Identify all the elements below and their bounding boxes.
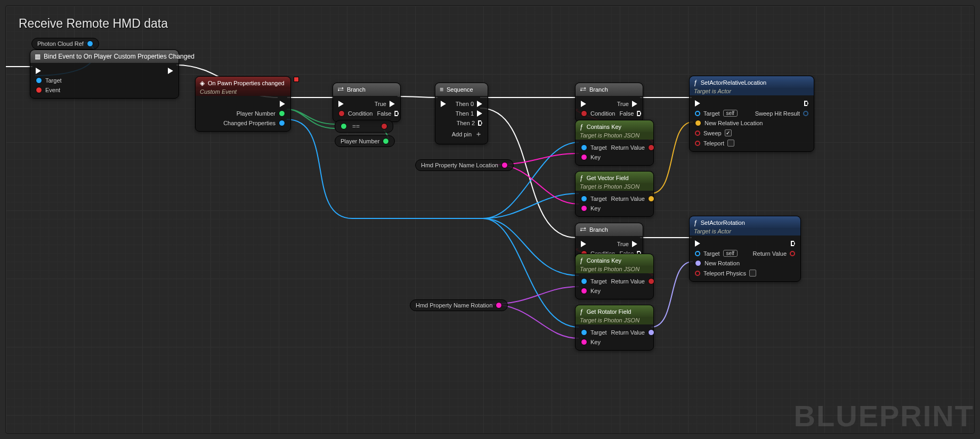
node-equal[interactable]: ==: [335, 120, 393, 133]
node-header: ⮂ Branch: [576, 83, 643, 96]
node-get-rotator-field[interactable]: ƒ Get Rotator Field Target is Photon JSO…: [575, 305, 654, 351]
exec-out[interactable]: [168, 68, 173, 74]
pin-out-name[interactable]: [501, 162, 508, 168]
pin-return[interactable]: [648, 144, 654, 151]
exec-out[interactable]: [280, 101, 285, 107]
node-title: Bind Event to On Player Custom Propertie…: [44, 53, 195, 60]
pin-condition[interactable]: [581, 110, 587, 117]
node-sequence[interactable]: ≡ Sequence Then 0 Then 1 Then 2 Add pin＋: [435, 83, 488, 144]
node-branch-2[interactable]: ⮂ Branch True ConditionFalse: [575, 83, 643, 122]
pin-changed-properties[interactable]: [279, 120, 285, 126]
pin-event[interactable]: [36, 87, 42, 93]
sequence-icon: ≡: [440, 86, 443, 93]
var-label: Photon Cloud Ref: [37, 40, 84, 47]
delegate-pin[interactable]: [294, 77, 299, 82]
pin-out-int[interactable]: [383, 138, 389, 144]
node-subtitle: Target is Photon JSON: [576, 183, 653, 191]
exec-in[interactable]: [581, 101, 586, 107]
pin-out-name[interactable]: [496, 302, 502, 308]
function-icon: ƒ: [580, 257, 584, 264]
node-on-pawn-properties-changed[interactable]: ◈ On Pawn Properties changed Custom Even…: [195, 76, 291, 132]
node-subtitle: Target is Photon JSON: [576, 266, 653, 273]
var-hmd-property-name-rotation[interactable]: Hmd Property Name Rotation: [410, 299, 508, 311]
node-get-vector-field[interactable]: ƒ Get Vector Field Target is Photon JSON…: [575, 171, 654, 217]
pin-key[interactable]: [581, 205, 587, 212]
pin-return[interactable]: [648, 196, 654, 202]
pin-key[interactable]: [581, 288, 587, 294]
exec-true[interactable]: [632, 241, 637, 247]
node-header: ≡ Sequence: [435, 83, 488, 96]
pin-target[interactable]: [36, 77, 42, 84]
event-icon: ▦: [35, 53, 41, 60]
exec-then0[interactable]: [477, 101, 482, 107]
exec-in[interactable]: [36, 68, 41, 74]
node-contains-key-2[interactable]: ƒ Contains Key Target is Photon JSON Tar…: [575, 254, 654, 299]
exec-out[interactable]: [791, 241, 795, 246]
pin-out-bool[interactable]: [381, 123, 387, 129]
pin-return[interactable]: [648, 278, 654, 284]
pin-sweep-hit-result[interactable]: [803, 111, 808, 116]
exec-in[interactable]: [338, 101, 344, 107]
pin-key[interactable]: [581, 339, 587, 345]
var-photon-cloud-ref[interactable]: Photon Cloud Ref: [31, 38, 99, 50]
pin-teleport[interactable]: [695, 141, 700, 146]
exec-in[interactable]: [581, 241, 586, 247]
node-contains-key-1[interactable]: ƒ Contains Key Target is Photon JSON Tar…: [575, 120, 654, 166]
pin-target[interactable]: [581, 278, 587, 284]
pin-return[interactable]: [648, 329, 654, 336]
pin-key[interactable]: [581, 154, 587, 160]
plus-icon[interactable]: ＋: [475, 129, 482, 139]
node-subtitle: Target is Photon JSON: [576, 132, 653, 140]
node-header: ƒ SetActorRotation: [690, 216, 800, 229]
exec-false[interactable]: [637, 111, 641, 116]
pin-target[interactable]: [581, 196, 587, 202]
exec-out[interactable]: [804, 101, 808, 106]
exec-then2[interactable]: [478, 120, 482, 126]
node-subtitle: Target is Photon JSON: [576, 317, 653, 324]
pin-target[interactable]: [695, 251, 700, 256]
checkbox-teleport[interactable]: [727, 140, 734, 147]
watermark: BLUEPRINT: [794, 399, 974, 433]
exec-true[interactable]: [390, 101, 395, 107]
function-icon: ƒ: [694, 219, 698, 226]
checkbox-sweep[interactable]: ✓: [725, 129, 732, 136]
comment-title: Receive Remote HMD data: [19, 17, 168, 31]
node-header: ⮂ Branch: [576, 223, 643, 236]
pin-target[interactable]: [581, 329, 587, 336]
exec-true[interactable]: [632, 101, 637, 107]
node-subtitle: Custom Event: [196, 88, 290, 96]
pin-condition[interactable]: [338, 110, 345, 117]
exec-in[interactable]: [441, 101, 446, 107]
branch-icon: ⮂: [337, 86, 344, 93]
pin-out-object[interactable]: [87, 40, 93, 47]
pin-return[interactable]: [790, 251, 795, 256]
node-header: ▦ Bind Event to On Player Custom Propert…: [30, 50, 179, 63]
var-hmd-property-name-location[interactable]: Hmd Property Name Location: [415, 159, 514, 171]
blueprint-canvas[interactable]: Receive Remote HMD data Photon Cloud Ref: [5, 5, 975, 434]
pin-sweep[interactable]: [695, 131, 700, 136]
pin-new-rotation[interactable]: [695, 260, 701, 266]
node-branch-1[interactable]: ⮂ Branch True ConditionFalse: [333, 83, 401, 122]
pin-player-number[interactable]: [279, 110, 285, 117]
node-bind-event[interactable]: ▦ Bind Event to On Player Custom Propert…: [30, 50, 179, 99]
pin-a[interactable]: [341, 123, 347, 129]
node-header: ƒ Get Rotator Field: [576, 305, 653, 318]
node-subtitle: Target is Actor: [690, 228, 800, 235]
node-set-actor-relative-location[interactable]: ƒ SetActorRelativeLocation Target is Act…: [689, 76, 814, 152]
pin-new-relative-location[interactable]: [695, 120, 701, 126]
branch-icon: ⮂: [580, 86, 586, 93]
exec-then1[interactable]: [477, 110, 482, 117]
equal-symbol: ==: [352, 123, 360, 130]
pin-target[interactable]: [695, 111, 700, 116]
exec-in[interactable]: [695, 100, 700, 107]
pin-target[interactable]: [581, 144, 587, 151]
node-header: ◈ On Pawn Properties changed: [196, 77, 290, 90]
node-set-actor-rotation[interactable]: ƒ SetActorRotation Target is Actor Targe…: [689, 216, 801, 282]
checkbox-teleport-physics[interactable]: [749, 270, 756, 277]
exec-in[interactable]: [695, 240, 700, 247]
branch-icon: ⮂: [580, 226, 586, 233]
var-player-number[interactable]: Player Number: [335, 135, 395, 147]
pin-teleport-physics[interactable]: [695, 271, 700, 276]
exec-false[interactable]: [394, 111, 399, 116]
custom-event-icon: ◈: [200, 79, 205, 87]
